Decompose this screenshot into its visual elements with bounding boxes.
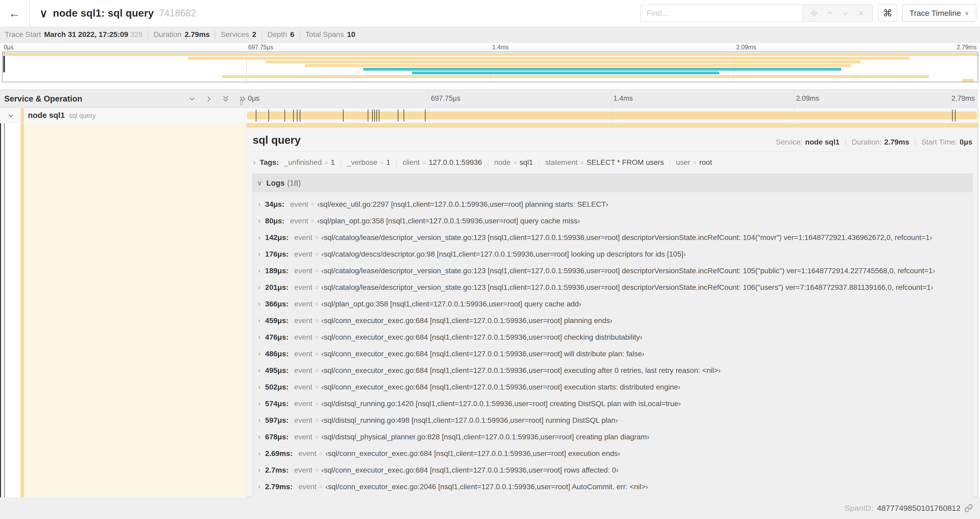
log-marker-tick [300, 109, 300, 121]
tag-value: 1 [331, 158, 335, 167]
log-entry-row[interactable]: › 2.79ms: event = ‹sql/conn_executor_exe… [252, 478, 973, 495]
logs-count: (18) [287, 179, 301, 187]
tags-label: Tags: [260, 158, 279, 167]
log-entry-row[interactable]: › 2.69ms: event = ‹sql/conn_executor_exe… [252, 445, 973, 462]
log-timestamp: 201μs: [265, 283, 288, 292]
span-detail-panel: sql query Service:node sql1 Duration:2.7… [246, 123, 978, 497]
chevron-right-icon: › [258, 450, 260, 457]
log-field-key: event [294, 466, 312, 474]
log-entry-row[interactable]: › 2.7ms: event = ‹sql/conn_executor_exec… [252, 462, 973, 478]
log-field-value: ‹sql/plan_opt.go:358 [nsql1,client=127.0… [317, 217, 580, 225]
equals-sign: = [315, 350, 319, 358]
log-timestamp: 366μs: [265, 300, 288, 308]
tag-key: node [494, 158, 511, 167]
deep-link-icon[interactable] [964, 504, 973, 513]
minimap-canvas[interactable] [2, 52, 978, 82]
log-field-key: event [294, 399, 312, 408]
locate-icon[interactable] [810, 9, 818, 17]
log-entry-row[interactable]: › 189μs: event = ‹sql/catalog/lease/desc… [252, 262, 973, 279]
summary-value: 2 [252, 30, 256, 39]
tags-accordion[interactable]: › Tags: _unfinished = 1 _verbose = 1 cli… [251, 152, 974, 173]
log-entry-row[interactable]: › 486μs: event = ‹sql/conn_executor_exec… [252, 345, 973, 362]
gridline [429, 108, 430, 123]
log-entry-row[interactable]: › 34μs: event = ‹sql/exec_util.go:2297 [… [252, 196, 973, 212]
minimap-span-bar [266, 61, 861, 63]
log-entry-row[interactable]: › 502μs: event = ‹sql/conn_executor_exec… [252, 379, 973, 395]
find-clear-icon[interactable] [857, 9, 865, 17]
log-field-key: event [294, 383, 312, 391]
log-field-value: ‹sql/catalog/descs/descriptor.go:98 [nsq… [321, 250, 686, 259]
log-entry-row[interactable]: › 597μs: event = ‹sql/distsql_running.go… [252, 412, 973, 428]
log-marker-tick [404, 109, 404, 121]
log-entry-row[interactable]: › 574μs: event = ‹sql/distsql_running.go… [252, 395, 973, 412]
find-prev-icon[interactable] [826, 9, 834, 17]
span-detail-top-bar [246, 123, 978, 128]
chevron-right-icon: › [258, 250, 260, 258]
log-entry-row[interactable]: › 201μs: event = ‹sql/catalog/lease/desc… [252, 279, 973, 295]
keyboard-shortcuts-button[interactable]: ⌘ [878, 5, 897, 22]
log-timestamp: 176μs: [265, 250, 288, 259]
collapse-one-icon[interactable] [188, 94, 197, 103]
tag-item: node = sql1 [494, 158, 533, 167]
command-icon: ⌘ [883, 8, 892, 19]
span-bar-column[interactable] [246, 108, 978, 123]
back-button[interactable]: ← [0, 0, 30, 26]
trace-view-selector-button[interactable]: Trace Timeline ∨ [902, 5, 976, 22]
span-detail-left-column [0, 123, 246, 497]
log-entry-row[interactable]: › 366μs: event = ‹sql/plan_opt.go:358 [n… [252, 295, 973, 312]
service-value: node sql1 [805, 138, 840, 146]
minimap-span-bar [412, 72, 719, 74]
tick-label: 1.4ms [614, 94, 633, 102]
column-resize-grip[interactable] [240, 99, 245, 105]
chevron-down-icon: ∨ [965, 10, 969, 17]
equals-sign: = [319, 483, 323, 490]
span-name-column[interactable]: node sql1sql query [0, 108, 246, 123]
equals-sign: = [580, 159, 584, 166]
equals-sign: = [315, 234, 319, 241]
equals-sign: = [315, 400, 319, 407]
log-entry-row[interactable]: › 176μs: event = ‹sql/catalog/descs/desc… [252, 246, 973, 262]
trace-minimap[interactable]: 0μs697.75μs1.4ms2.09ms2.79ms [0, 43, 980, 83]
span-row[interactable]: node sql1sql query [0, 108, 978, 123]
summary-label: Trace Start [5, 30, 41, 39]
tag-value: 1 [386, 158, 390, 167]
log-field-key: event [290, 200, 309, 209]
find-next-icon[interactable] [842, 9, 850, 17]
chevron-right-icon: › [258, 483, 260, 490]
log-field-key: event [294, 250, 312, 259]
log-marker-tick [425, 109, 425, 121]
find-input[interactable] [641, 5, 802, 21]
log-timestamp: 574μs: [265, 399, 288, 408]
log-entry-row[interactable]: › 142μs: event = ‹sql/catalog/lease/desc… [252, 229, 973, 246]
back-arrow-icon: ← [9, 6, 21, 20]
logs-accordion-header[interactable]: ∨ Logs (18) [252, 174, 973, 192]
collapse-all-icon[interactable] [221, 94, 230, 103]
log-entry-row[interactable]: › 495μs: event = ‹sql/conn_executor_exec… [252, 362, 973, 379]
start-time-label: Start Time: [921, 138, 957, 146]
span-children-chevron-icon[interactable] [7, 112, 15, 121]
tag-item: _verbose = 1 [347, 158, 390, 167]
expand-one-icon[interactable] [204, 94, 213, 103]
logs-list: › 34μs: event = ‹sql/exec_util.go:2297 [… [252, 192, 973, 496]
trace-collapse-chevron-icon[interactable]: ∨ [40, 7, 48, 20]
equals-sign: = [315, 417, 319, 424]
summary-value: 6 [290, 30, 294, 39]
tag-value: sql1 [520, 158, 533, 167]
tag-key: statement [545, 158, 578, 167]
chevron-right-icon: › [258, 234, 260, 241]
log-entry-row[interactable]: › 476μs: event = ‹sql/conn_executor_exec… [252, 329, 973, 345]
spanid-value: 4877749850101760812 [877, 504, 961, 513]
trace-summary-bar: Trace Start March 31 2022, 17:25:09.326 … [0, 26, 980, 43]
summary-value: March 31 2022, 17:25:09 [44, 30, 128, 39]
log-field-value: ‹sql/conn_executor_exec.go:684 [nsql1,cl… [321, 466, 619, 474]
tag-item: client = 127.0.0.1:59936 [402, 158, 482, 167]
tag-key: _unfinished [284, 158, 322, 167]
summary-label: Depth [267, 30, 287, 39]
span-detail-title: sql query [253, 134, 301, 146]
minimap-span-bar [188, 57, 909, 60]
log-entry-row[interactable]: › 678μs: event = ‹sql/distsql_physical_p… [252, 428, 973, 445]
log-entry-row[interactable]: › 459μs: event = ‹sql/conn_executor_exec… [252, 312, 973, 329]
log-timestamp: 597μs: [265, 416, 288, 425]
summary-value: 2.79ms [185, 30, 210, 39]
log-entry-row[interactable]: › 80μs: event = ‹sql/plan_opt.go:358 [ns… [252, 212, 973, 229]
